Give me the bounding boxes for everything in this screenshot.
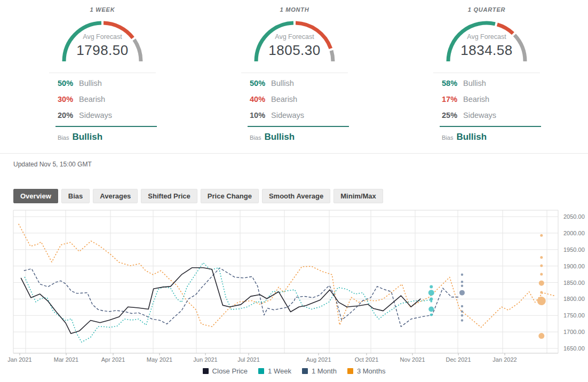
svg-text:1650.00: 1650.00: [563, 345, 585, 352]
tab-smooth-average[interactable]: Smooth Average: [262, 189, 330, 203]
avg-forecast-label: Avg Forecast: [6, 33, 198, 41]
sideways-row: 20%Sideways: [58, 110, 175, 121]
svg-text:Jul 2021: Jul 2021: [237, 356, 260, 363]
chart-tabs: OverviewBiasAveragesShifted PricePrice C…: [13, 189, 383, 203]
tab-overview[interactable]: Overview: [13, 189, 58, 203]
teal-underline: [248, 126, 349, 127]
svg-text:Jan 2022: Jan 2022: [492, 356, 517, 363]
bullish-pct: 58%: [442, 78, 463, 89]
sideways-label: Sideways: [463, 111, 496, 120]
sideways-label: Sideways: [79, 111, 112, 120]
bias-value: Bullish: [456, 132, 487, 142]
bias-row: BiasBullish: [58, 132, 102, 142]
bullish-label: Bullish: [79, 79, 102, 87]
bias-label: Bias: [58, 134, 69, 141]
panel-title: 1 MONTH: [198, 6, 391, 13]
forecast-panel-1week: 1 WEEK Avg Forecast 1798.50 50%Bullish 3…: [6, 0, 198, 153]
svg-text:Mar 2021: Mar 2021: [54, 356, 78, 363]
svg-text:Aug 2021: Aug 2021: [306, 356, 331, 363]
bearish-pct: 17%: [442, 94, 463, 105]
teal-underline: [55, 126, 157, 127]
chart-legend: Close Price1 Week1 Month3 Months: [0, 367, 588, 375]
bias-label: Bias: [250, 134, 261, 141]
teal-underline: [440, 126, 541, 127]
svg-text:Dec 2021: Dec 2021: [446, 356, 471, 363]
bullish-row: 50%Bullish: [250, 78, 367, 89]
bearish-label: Bearish: [271, 95, 297, 104]
sideways-pct: 20%: [58, 110, 79, 121]
sideways-label: Sideways: [271, 111, 304, 120]
svg-text:May 2021: May 2021: [147, 356, 172, 363]
tab-shifted-price[interactable]: Shifted Price: [141, 189, 197, 203]
bullish-row: 50%Bullish: [58, 78, 175, 89]
sideways-pct: 10%: [250, 110, 271, 121]
bias-value: Bullish: [264, 132, 295, 142]
avg-forecast-value: 1805.30: [198, 42, 391, 59]
svg-text:1900.00: 1900.00: [563, 263, 585, 269]
svg-text:1950.00: 1950.00: [563, 246, 585, 253]
tab-bias[interactable]: Bias: [61, 189, 90, 203]
bearish-label: Bearish: [463, 95, 489, 104]
tab-price-change[interactable]: Price Change: [201, 189, 259, 203]
legend-label: 1 Week: [268, 367, 291, 375]
bias-row: BiasBullish: [442, 132, 487, 142]
bearish-pct: 30%: [58, 94, 79, 105]
sideways-row: 25%Sideways: [442, 110, 559, 121]
svg-text:Apr 2021: Apr 2021: [101, 356, 125, 363]
sideways-row: 10%Sideways: [250, 110, 367, 121]
forecast-poll-widget: 1 WEEK Avg Forecast 1798.50 50%Bullish 3…: [0, 0, 588, 382]
bullish-label: Bullish: [271, 79, 294, 87]
avg-forecast-value: 1798.50: [6, 42, 198, 59]
bias-label: Bias: [442, 134, 453, 141]
legend-swatch-icon: [347, 368, 353, 374]
avg-forecast-label: Avg Forecast: [198, 33, 391, 41]
sideways-pct: 25%: [442, 110, 463, 121]
legend-swatch-icon: [203, 368, 209, 374]
forecast-panel-1month: 1 MONTH Avg Forecast 1805.30 50%Bullish …: [198, 0, 391, 153]
bearish-row: 40%Bearish: [250, 94, 367, 105]
svg-text:Jun 2021: Jun 2021: [193, 356, 217, 363]
avg-forecast-value: 1834.58: [391, 42, 583, 59]
forecast-chart: 1650.001700.001750.001800.001850.001900.…: [0, 206, 588, 382]
divider: [49, 73, 156, 73]
bearish-pct: 40%: [250, 94, 271, 105]
bearish-label: Bearish: [79, 95, 105, 104]
tab-averages[interactable]: Averages: [93, 189, 138, 203]
bullish-row: 58%Bullish: [442, 78, 559, 89]
legend-label: 3 Months: [357, 367, 385, 375]
bearish-row: 17%Bearish: [442, 94, 559, 105]
svg-text:Nov 2021: Nov 2021: [400, 356, 425, 363]
panel-title: 1 QUARTER: [391, 6, 583, 13]
svg-text:1850.00: 1850.00: [563, 280, 585, 286]
legend-label: Close Price: [212, 367, 248, 375]
svg-text:1700.00: 1700.00: [563, 329, 585, 335]
svg-text:1800.00: 1800.00: [563, 296, 585, 302]
legend-item-3-months: 3 Months: [347, 367, 385, 375]
legend-item-1-week: 1 Week: [258, 367, 291, 375]
divider: [433, 73, 540, 73]
bullish-label: Bullish: [463, 79, 486, 87]
panel-title: 1 WEEK: [6, 6, 198, 13]
legend-item-close-price: Close Price: [203, 367, 248, 375]
legend-label: 1 Month: [312, 367, 337, 375]
bullish-pct: 50%: [250, 78, 271, 89]
legend-item-1-month: 1 Month: [302, 367, 337, 375]
bias-value: Bullish: [72, 132, 102, 142]
tab-minim-max[interactable]: Minim/Max: [333, 189, 383, 203]
svg-text:2000.00: 2000.00: [563, 230, 585, 236]
svg-text:Oct 2021: Oct 2021: [355, 356, 379, 363]
bullish-pct: 50%: [58, 78, 79, 89]
legend-swatch-icon: [302, 368, 308, 374]
svg-text:Jan 2021: Jan 2021: [7, 356, 31, 363]
divider: [241, 73, 348, 73]
svg-text:2050.00: 2050.00: [563, 213, 585, 220]
updated-timestamp: Updated Nov 5, 15:00 GMT: [13, 161, 92, 168]
bias-row: BiasBullish: [250, 132, 295, 142]
avg-forecast-label: Avg Forecast: [391, 33, 583, 41]
legend-swatch-icon: [258, 368, 264, 374]
svg-text:1750.00: 1750.00: [563, 312, 585, 319]
bearish-row: 30%Bearish: [58, 94, 175, 105]
divider: [0, 153, 588, 154]
forecast-panel-1quarter: 1 QUARTER Avg Forecast 1834.58 58%Bullis…: [391, 0, 583, 153]
